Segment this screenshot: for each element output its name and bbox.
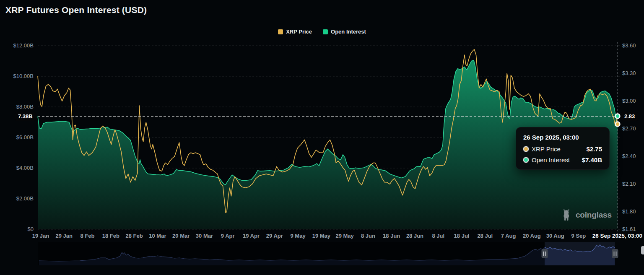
open-interest-marker-icon: [615, 114, 620, 118]
y-tick-label-right: $3.30: [622, 70, 636, 77]
tooltip-row-xrp-price: XRP Price $2.75: [523, 145, 602, 153]
watermark: coinglass: [562, 209, 612, 221]
tooltip-header: 26 Sep 2025, 03:00: [523, 134, 602, 141]
handle-body: [612, 249, 618, 258]
tooltip: 26 Sep 2025, 03:00 XRP Price $2.75 Open …: [516, 127, 610, 170]
y-tick-label-right: $2.70: [622, 125, 636, 132]
current-price-badge: 2.83: [621, 112, 638, 121]
y-tick-label-left: $4.00B: [3, 165, 34, 171]
tooltip-label-xrp-price: XRP Price: [532, 145, 561, 153]
navigator-selected-range[interactable]: [545, 242, 615, 265]
xrp-price-marker-icon: [615, 122, 620, 127]
y-tick-label-right: $3.60: [622, 42, 636, 49]
scrollbar-thumb[interactable]: [641, 246, 644, 254]
y-tick-label-left: $8.00B: [3, 104, 34, 110]
tooltip-row-open-interest: Open Interest $7.40B: [523, 156, 602, 163]
y-tick-label-left: $2.00B: [3, 195, 34, 202]
handle-body: [542, 249, 548, 258]
y-tick-label-right: $3.00: [622, 98, 636, 104]
tooltip-value-xrp-price: $2.75: [586, 145, 602, 153]
navigator-handle-left[interactable]: [542, 249, 548, 258]
navigator-handle-right[interactable]: [612, 249, 618, 258]
navigator-dim-left: [38, 242, 545, 265]
y-tick-label-right: $2.10: [622, 181, 636, 187]
y-tick-label-left: $10.00B: [3, 73, 34, 80]
y-tick-label-right: $1.80: [622, 208, 636, 215]
y-tick-label-left: $0: [3, 226, 34, 233]
current-open-interest-badge: 7.38B: [15, 112, 36, 121]
y-tick-label-right: $1.61: [622, 226, 636, 233]
tooltip-value-open-interest: $7.40B: [582, 156, 602, 163]
tooltip-label-open-interest: Open Interest: [532, 156, 570, 163]
chart-page: XRP Futures Open Interest (USD) XRP Pric…: [0, 0, 644, 275]
coinglass-bull-icon: [562, 209, 573, 221]
xrp-price-dot-icon: [524, 147, 528, 151]
open-interest-dot-icon: [524, 158, 528, 162]
y-tick-label-left: $6.00B: [3, 134, 34, 141]
range-navigator[interactable]: [38, 242, 644, 265]
y-tick-label-left: $12.00B: [3, 42, 34, 49]
x-axis-current-label: 26 Sep 2025, 03:00: [581, 233, 642, 239]
y-tick-label-right: $2.40: [622, 153, 636, 160]
watermark-text: coinglass: [576, 210, 612, 220]
